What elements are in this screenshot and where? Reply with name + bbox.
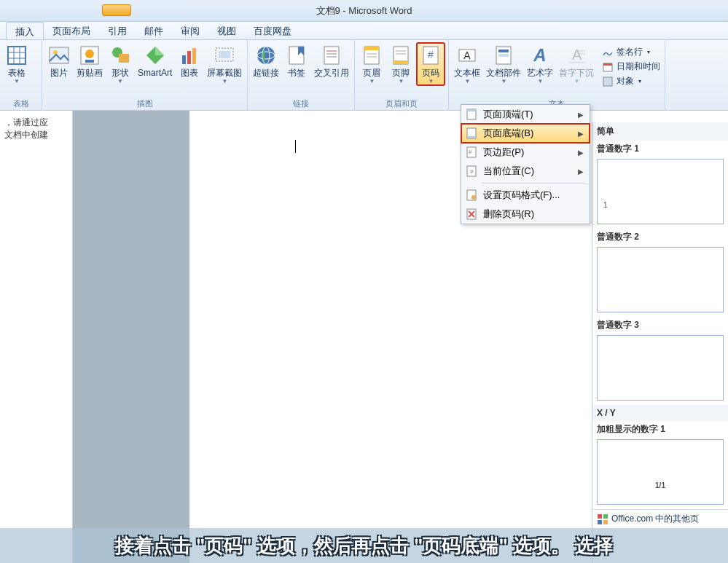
svg-rect-64 [598,514,602,519]
gallery-preview-4[interactable]: 1/1 [597,439,724,505]
dropdown-item-remove[interactable]: 删除页码(R) [461,205,590,224]
textbox-label: 文本框 [454,68,480,78]
svg-rect-52 [467,109,476,111]
gallery-preview-2[interactable] [597,247,724,312]
object-label: 对象 [617,75,634,87]
datetime-button[interactable]: 日期和时间 [600,60,662,74]
tab-view[interactable]: 视图 [208,22,245,39]
svg-point-8 [85,50,94,58]
hyperlink-button[interactable]: 超链接 [251,42,281,79]
crossref-button[interactable]: 交叉引用 [312,42,351,79]
window-title: 文档9 - Microsoft Word [316,5,412,16]
svg-rect-18 [219,51,230,58]
dropdown-arrow-icon: ▼ [501,78,506,84]
svg-rect-67 [603,520,608,524]
textbox-button[interactable]: A 文本框 ▼ [452,42,482,86]
wordart-button[interactable]: A 艺术字 ▼ [525,42,555,86]
svg-rect-5 [50,47,69,63]
header-label: 页眉 [363,68,380,78]
hyperlink-label: 超链接 [253,68,279,78]
signature-icon [602,47,614,58]
gallery-preview-3[interactable] [597,335,724,401]
gallery-office-more[interactable]: Office.com 中的其他页 [592,509,728,528]
navigation-pane[interactable]: ，请通过应 文档中创建 [0,111,73,563]
dropdown-arrow-icon: ▼ [428,78,434,84]
group-label-tables: 表格 [3,97,39,110]
table-icon [5,44,28,67]
group-illustrations: 图片 剪贴画 形状 ▼ SmartArt 图表 屏幕截图 [42,40,248,110]
datetime-label: 日期和时间 [617,60,660,73]
dropdown-item-margins[interactable]: # 页边距(P) ▶ [461,143,590,162]
quickparts-button[interactable]: 文档部件 ▼ [484,42,523,86]
smartart-button[interactable]: SmartArt [136,42,174,79]
tab-baidu[interactable]: 百度网盘 [245,22,300,39]
submenu-arrow-icon: ▶ [578,130,584,138]
gallery-preview-1[interactable]: 1 [597,159,724,224]
format-icon [466,189,477,201]
quickparts-icon [492,44,515,67]
wordart-icon: A [528,44,552,67]
smartart-label: SmartArt [138,68,172,78]
object-icon [602,76,614,87]
svg-rect-9 [85,60,94,63]
bookmark-icon [285,44,308,67]
dropcap-button[interactable]: A 首字下沉 ▼ [557,42,596,86]
tab-layout[interactable]: 页面布局 [44,22,99,39]
signature-label: 签名行 [617,46,643,58]
tab-mailings[interactable]: 邮件 [136,22,172,39]
screenshot-button[interactable]: 屏幕截图 ▼ [205,42,244,86]
office-more-label: Office.com 中的其他页 [611,513,699,525]
tab-insert[interactable]: 插入 [6,22,44,39]
svg-rect-16 [192,48,196,64]
screenshot-icon [213,44,236,67]
svg-rect-24 [324,47,339,64]
dropdown-top-label: 页面顶端(T) [483,108,533,121]
dropdown-arrow-icon: ▼ [117,78,123,84]
header-button[interactable]: 页眉 ▼ [358,42,385,86]
pagenumber-button[interactable]: # 页码 ▼ [416,42,445,86]
quick-access-toolbar[interactable] [102,4,131,16]
dropdown-arrow-icon: ▼ [369,78,375,84]
submenu-arrow-icon: ▶ [578,168,584,176]
gallery-item-title-4: 加粗显示的数字 1 [592,421,728,438]
text-cursor [295,140,296,153]
picture-icon [47,44,71,67]
bookmark-button[interactable]: 书签 [283,42,310,79]
svg-rect-29 [364,47,379,50]
footer-label: 页脚 [392,68,410,78]
dropdown-item-bottom[interactable]: 页面底端(B) ▶ [461,124,590,143]
footer-icon [389,44,412,67]
dropdown-arrow-icon: ▼ [574,78,579,84]
remove-icon [466,208,477,220]
dropdown-item-top[interactable]: 页面顶端(T) ▶ [461,105,590,124]
preview-page-xy: 1/1 [655,481,665,489]
svg-rect-54 [467,136,476,138]
chart-button[interactable]: 图表 [176,42,203,79]
dropcap-label: 首字下沉 [559,68,594,78]
signature-button[interactable]: 签名行 ▾ [600,45,662,59]
svg-text:#: # [469,149,472,155]
document-margin [73,111,189,563]
dropcap-icon: A [565,44,588,67]
dropdown-item-current[interactable]: # 当前位置(C) ▶ [461,162,590,181]
footer-button[interactable]: 页脚 ▼ [387,42,415,86]
tab-review[interactable]: 审阅 [172,22,208,39]
shapes-button[interactable]: 形状 ▼ [106,42,134,86]
group-headerfooter: 页眉 ▼ 页脚 ▼ # 页码 ▼ 页眉和页 [355,40,449,110]
dropdown-remove-label: 删除页码(R) [483,208,534,221]
picture-button[interactable]: 图片 [45,42,73,79]
dropdown-item-format[interactable]: 设置页码格式(F)... [461,186,590,205]
svg-text:A: A [572,47,582,63]
gallery-item-title-3: 普通数字 3 [592,317,728,334]
svg-rect-41 [498,50,509,52]
svg-text:A: A [464,50,471,61]
page-bottom-icon [466,127,477,139]
svg-rect-65 [603,514,608,519]
svg-text:#: # [428,49,434,60]
table-button[interactable]: 表格 ▼ [3,42,31,86]
object-button[interactable]: 对象 ▾ [600,74,662,88]
picture-label: 图片 [50,68,68,78]
clipart-button[interactable]: 剪贴画 [74,42,105,79]
gallery-item-title-1: 普通数字 1 [592,141,728,157]
tab-references[interactable]: 引用 [99,22,136,39]
